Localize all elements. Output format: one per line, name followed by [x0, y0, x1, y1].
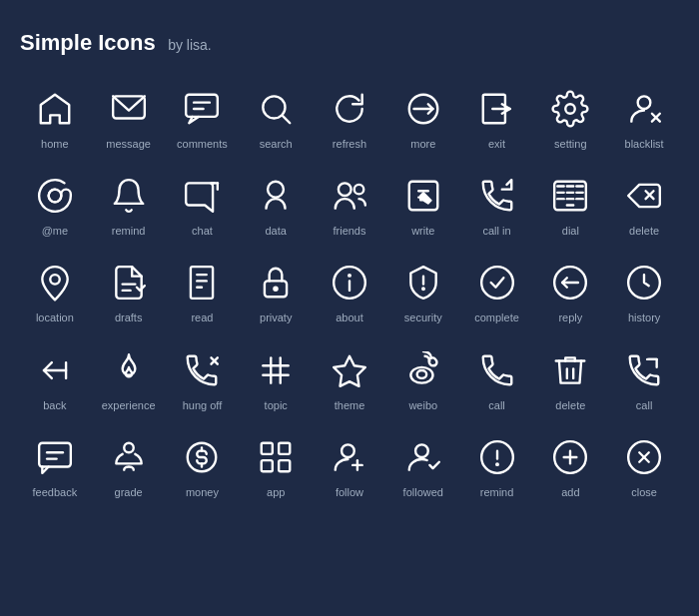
- icon-data[interactable]: data: [241, 167, 311, 244]
- icon-dial[interactable]: dial: [535, 167, 605, 244]
- comments-icon: [179, 86, 225, 132]
- delete-backspace-icon: [621, 173, 667, 219]
- icon-home[interactable]: home: [20, 80, 90, 157]
- drafts-icon: [106, 260, 152, 306]
- chat-icon: [179, 173, 225, 219]
- callin-icon: [474, 173, 520, 219]
- icon-atme[interactable]: @me: [20, 167, 90, 244]
- icon-remind2[interactable]: remind: [462, 428, 532, 505]
- money-icon: [179, 434, 225, 480]
- location-icon: [32, 260, 78, 306]
- icon-feedback[interactable]: feedback: [20, 428, 90, 505]
- icon-hungoff[interactable]: hung off: [168, 341, 238, 418]
- back-icon: [32, 347, 78, 393]
- icon-drafts[interactable]: drafts: [94, 254, 164, 330]
- icon-write[interactable]: write: [388, 167, 458, 244]
- icon-delete-trash[interactable]: delete: [535, 341, 605, 418]
- read-icon: [179, 260, 225, 306]
- icon-exit[interactable]: exit: [462, 80, 532, 157]
- icon-remind[interactable]: remind: [94, 167, 164, 244]
- followed-icon: [400, 434, 446, 480]
- page-title: Simple Icons: [20, 30, 156, 55]
- setting-icon: [547, 86, 593, 132]
- svg-rect-73: [279, 443, 290, 454]
- privaty-icon: [253, 260, 299, 306]
- more-icon: [400, 86, 446, 132]
- icon-reply[interactable]: reply: [535, 254, 605, 330]
- svg-point-36: [50, 275, 60, 285]
- icon-topic[interactable]: topic: [241, 341, 311, 418]
- follow-icon: [327, 434, 372, 480]
- icon-callin[interactable]: call in: [462, 167, 532, 244]
- svg-point-76: [342, 444, 354, 457]
- about-icon: [327, 260, 372, 306]
- icon-call-row4[interactable]: call: [462, 341, 532, 418]
- svg-marker-61: [334, 355, 365, 385]
- svg-point-17: [268, 182, 284, 198]
- icon-weibo[interactable]: weibo: [388, 341, 458, 418]
- icon-chat[interactable]: chat: [168, 167, 238, 244]
- call-forward-icon: [621, 347, 667, 393]
- svg-point-50: [481, 268, 513, 300]
- feedback-icon: [32, 434, 78, 480]
- experience-icon: [106, 347, 152, 393]
- write-icon: [400, 173, 446, 219]
- svg-point-63: [416, 370, 426, 378]
- icon-theme[interactable]: theme: [315, 341, 384, 418]
- refresh-icon: [327, 86, 372, 132]
- remind2-icon: [474, 434, 520, 480]
- call-icon: [474, 347, 520, 393]
- page-subtitle: by lisa.: [168, 37, 212, 53]
- icon-about[interactable]: about: [315, 254, 384, 330]
- svg-point-10: [566, 104, 576, 114]
- svg-point-82: [496, 463, 498, 465]
- app-icon: [253, 434, 299, 480]
- svg-point-68: [124, 443, 134, 453]
- icon-message[interactable]: message: [94, 80, 164, 157]
- svg-rect-74: [262, 460, 273, 471]
- icon-experience[interactable]: experience: [94, 341, 164, 418]
- icon-more[interactable]: more: [388, 80, 458, 157]
- svg-rect-1: [187, 95, 219, 117]
- icon-grade[interactable]: grade: [94, 428, 164, 505]
- icon-follow[interactable]: follow: [315, 428, 384, 505]
- atme-icon: [32, 173, 78, 219]
- icon-refresh[interactable]: refresh: [315, 80, 384, 157]
- icon-money[interactable]: money: [168, 428, 238, 505]
- icon-read[interactable]: read: [168, 254, 238, 330]
- add-icon: [547, 434, 593, 480]
- icon-search[interactable]: search: [241, 80, 311, 157]
- icon-privaty[interactable]: privaty: [241, 254, 311, 330]
- dial-icon: [547, 173, 593, 219]
- svg-point-19: [354, 185, 364, 195]
- reply-icon: [547, 260, 593, 306]
- icon-security[interactable]: security: [388, 254, 458, 330]
- svg-point-79: [415, 444, 428, 457]
- icon-friends[interactable]: friends: [315, 167, 384, 244]
- icon-location[interactable]: location: [20, 254, 90, 330]
- icon-history[interactable]: history: [609, 254, 679, 330]
- message-icon: [106, 86, 152, 132]
- icon-complete[interactable]: complete: [462, 254, 532, 330]
- icons-grid: home message comments search refresh mor…: [20, 80, 679, 505]
- delete-trash-icon: [547, 347, 593, 393]
- complete-icon: [474, 260, 520, 306]
- icon-close[interactable]: close: [609, 428, 679, 505]
- icon-app[interactable]: app: [241, 428, 311, 505]
- icon-back[interactable]: back: [20, 341, 90, 418]
- close-icon: [621, 434, 667, 480]
- exit-icon: [474, 86, 520, 132]
- icon-comments[interactable]: comments: [168, 80, 238, 157]
- icon-delete-row2[interactable]: delete: [609, 167, 679, 244]
- icon-add[interactable]: add: [535, 428, 605, 505]
- icon-followed[interactable]: followed: [388, 428, 458, 505]
- icon-call-forward[interactable]: call: [609, 341, 679, 418]
- security-icon: [400, 260, 446, 306]
- grade-icon: [106, 434, 152, 480]
- history-icon: [621, 260, 667, 306]
- svg-point-11: [638, 96, 651, 109]
- icon-blacklist[interactable]: blacklist: [609, 80, 679, 157]
- title-area: Simple Icons by lisa.: [20, 30, 679, 56]
- icon-setting[interactable]: setting: [535, 80, 605, 157]
- home-icon: [32, 86, 78, 132]
